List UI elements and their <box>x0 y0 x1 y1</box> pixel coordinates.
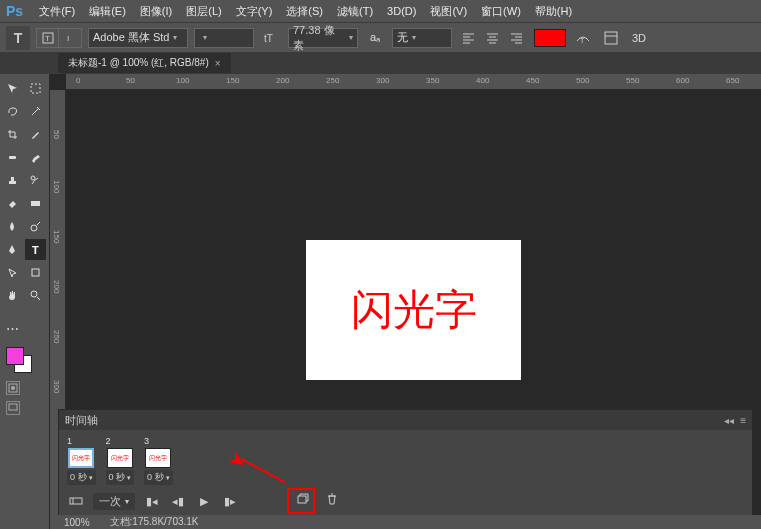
history-brush-tool[interactable] <box>25 170 46 191</box>
first-frame-icon[interactable]: ▮◂ <box>143 492 161 510</box>
svg-rect-17 <box>605 32 617 44</box>
ruler-tick: 600 <box>676 76 689 85</box>
shape-tool[interactable] <box>25 262 46 283</box>
menu-select[interactable]: 选择(S) <box>280 2 329 21</box>
play-icon[interactable]: ▶ <box>195 492 213 510</box>
zoom-level[interactable]: 100% <box>64 517 90 528</box>
antialias-select[interactable]: 无 ▾ <box>392 28 452 48</box>
svg-text:T: T <box>580 37 585 44</box>
frame-1[interactable]: 1 闪光字 0 秒▾ <box>67 436 96 485</box>
pen-tool[interactable] <box>2 239 23 260</box>
next-frame-icon[interactable]: ▮▸ <box>221 492 239 510</box>
menu-image[interactable]: 图像(I) <box>134 2 178 21</box>
menu-view[interactable]: 视图(V) <box>424 2 473 21</box>
align-right-icon[interactable] <box>506 27 528 49</box>
menu-3d[interactable]: 3D(D) <box>381 3 422 19</box>
font-style-select[interactable]: ▾ <box>194 28 254 48</box>
frame-thumb: 闪光字 <box>107 448 133 468</box>
ruler-tick: 450 <box>526 76 539 85</box>
menu-layer[interactable]: 图层(L) <box>180 2 227 21</box>
ruler-tick: 150 <box>226 76 239 85</box>
dodge-tool[interactable] <box>25 216 46 237</box>
heal-tool[interactable] <box>2 147 23 168</box>
vertical-type-icon[interactable]: I <box>59 29 81 47</box>
frame-2[interactable]: 2 闪光字 0 秒▾ <box>106 436 135 485</box>
frame-3[interactable]: 3 闪光字 0 秒▾ <box>144 436 173 485</box>
prev-frame-icon[interactable]: ◂▮ <box>169 492 187 510</box>
frame-duration[interactable]: 0 秒▾ <box>67 470 96 485</box>
timeline-title: 时间轴 <box>65 413 98 428</box>
hand-tool[interactable] <box>2 285 23 306</box>
loop-select[interactable]: 一次▾ <box>93 493 135 510</box>
ruler-tick: 50 <box>126 76 135 85</box>
font-size-value: 77.38 像素 <box>293 23 345 53</box>
frame-number: 1 <box>67 436 72 446</box>
eyedropper-tool[interactable] <box>25 124 46 145</box>
chevron-down-icon: ▾ <box>203 33 207 42</box>
timeline-header: 时间轴 ◂◂ ≡ <box>59 410 752 430</box>
lasso-tool[interactable] <box>2 101 23 122</box>
menu-type[interactable]: 文字(Y) <box>230 2 279 21</box>
svg-line-24 <box>37 222 40 225</box>
zoom-tool[interactable] <box>25 285 46 306</box>
document-tabs: 未标题-1 @ 100% (红, RGB/8#) × <box>0 52 761 74</box>
move-tool[interactable] <box>2 78 23 99</box>
menu-edit[interactable]: 编辑(E) <box>83 2 132 21</box>
warp-text-icon[interactable]: T <box>572 27 594 49</box>
ruler-tick: 200 <box>52 280 61 293</box>
ruler-tick: 200 <box>276 76 289 85</box>
align-center-icon[interactable] <box>482 27 504 49</box>
frame-duration[interactable]: 0 秒▾ <box>106 470 135 485</box>
panel-icon[interactable] <box>600 27 622 49</box>
antialias-value: 无 <box>397 30 408 45</box>
blur-tool[interactable] <box>2 216 23 237</box>
brush-tool[interactable] <box>25 147 46 168</box>
ruler-tick: 400 <box>476 76 489 85</box>
svg-text:T: T <box>45 34 50 43</box>
marquee-tool[interactable] <box>25 78 46 99</box>
ruler-horizontal: 0 50 100 150 200 250 300 350 400 450 500… <box>66 74 761 90</box>
gradient-tool[interactable] <box>25 193 46 214</box>
menu-icon[interactable]: ≡ <box>740 415 746 426</box>
duplicate-frame-icon[interactable] <box>294 490 312 508</box>
type-tool[interactable]: T <box>25 239 46 260</box>
delete-frame-icon[interactable] <box>323 490 341 508</box>
color-swatches[interactable] <box>6 347 36 375</box>
menu-help[interactable]: 帮助(H) <box>529 2 578 21</box>
menu-window[interactable]: 窗口(W) <box>475 2 527 21</box>
frame-duration[interactable]: 0 秒▾ <box>144 470 173 485</box>
wand-tool[interactable] <box>25 101 46 122</box>
font-family-select[interactable]: Adobe 黑体 Std ▾ <box>88 28 188 48</box>
current-tool-icon[interactable]: T <box>6 26 30 50</box>
ruler-tick: 250 <box>52 330 61 343</box>
menu-filter[interactable]: 滤镜(T) <box>331 2 379 21</box>
tools-panel: T ⋯ <box>0 74 50 529</box>
text-layer[interactable]: 闪光字 <box>351 282 477 338</box>
ellipsis-icon[interactable]: ⋯ <box>2 318 23 339</box>
text-color-swatch[interactable] <box>534 29 566 47</box>
align-left-icon[interactable] <box>458 27 480 49</box>
3d-button[interactable]: 3D <box>628 27 650 49</box>
close-icon[interactable]: × <box>215 58 221 69</box>
timeline-controls: 一次▾ ▮◂ ◂▮ ▶ ▮▸ <box>67 492 239 510</box>
document-tab[interactable]: 未标题-1 @ 100% (红, RGB/8#) × <box>58 53 231 73</box>
svg-rect-34 <box>298 496 306 503</box>
collapse-icon[interactable]: ◂◂ <box>724 415 734 426</box>
svg-rect-20 <box>9 156 16 159</box>
timeline-panel: 时间轴 ◂◂ ≡ 1 闪光字 0 秒▾ 2 闪光字 0 秒▾ 3 闪光字 0 秒… <box>58 409 753 517</box>
chevron-down-icon: ▾ <box>173 33 177 42</box>
horizontal-type-icon[interactable]: T <box>37 29 59 47</box>
eraser-tool[interactable] <box>2 193 23 214</box>
convert-icon[interactable] <box>67 492 85 510</box>
orientation-toggle[interactable]: T I <box>36 28 82 48</box>
font-size-input[interactable]: 77.38 像素 ▾ <box>288 28 358 48</box>
path-select-tool[interactable] <box>2 262 23 283</box>
crop-tool[interactable] <box>2 124 23 145</box>
artboard[interactable]: 闪光字 <box>306 240 521 380</box>
menu-file[interactable]: 文件(F) <box>33 2 81 21</box>
screenmode-icon[interactable] <box>6 401 20 415</box>
quickmask-icon[interactable] <box>6 381 20 395</box>
stamp-tool[interactable] <box>2 170 23 191</box>
foreground-color[interactable] <box>6 347 24 365</box>
svg-rect-26 <box>32 269 39 276</box>
